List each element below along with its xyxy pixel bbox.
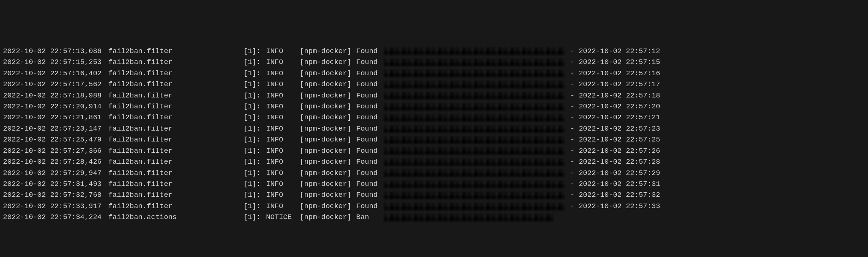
redacted-content [384, 181, 564, 188]
log-module: fail2ban.filter [108, 168, 243, 179]
log-trail-timestamp: - 2022-10-02 22:57:29 [566, 168, 660, 179]
log-line: 2022-10-02 22:57:25,479fail2ban.filter[1… [3, 134, 865, 145]
log-line: 2022-10-02 22:57:13,086fail2ban.filter[1… [3, 46, 865, 57]
redacted-content [384, 203, 564, 210]
log-line: 2022-10-02 22:57:16,402fail2ban.filter[1… [3, 68, 865, 79]
log-jail: [npm-docker] [300, 179, 356, 190]
log-timestamp: 2022-10-02 22:57:32,768 [3, 190, 108, 201]
log-thread: [1]: [243, 79, 266, 90]
log-action: Found [356, 112, 383, 123]
redacted-content [384, 214, 553, 221]
log-jail: [npm-docker] [300, 123, 356, 134]
log-trail-timestamp: - 2022-10-02 22:57:12 [566, 46, 660, 57]
log-timestamp: 2022-10-02 22:57:16,402 [3, 68, 108, 79]
log-module: fail2ban.filter [108, 190, 243, 201]
log-timestamp: 2022-10-02 22:57:13,086 [3, 46, 108, 57]
log-trail-timestamp: - 2022-10-02 22:57:23 [566, 123, 660, 134]
redacted-content [384, 92, 564, 99]
log-jail: [npm-docker] [300, 201, 356, 212]
log-thread: [1]: [243, 190, 266, 201]
log-action: Found [356, 123, 383, 134]
log-module: fail2ban.filter [108, 123, 243, 134]
log-timestamp: 2022-10-02 22:57:23,147 [3, 123, 108, 134]
log-level: INFO [266, 179, 300, 190]
log-thread: [1]: [243, 179, 266, 190]
log-trail-timestamp: - 2022-10-02 22:57:21 [566, 112, 660, 123]
log-action: Found [356, 79, 383, 90]
log-module: fail2ban.filter [108, 90, 243, 101]
log-module: fail2ban.filter [108, 112, 243, 123]
log-timestamp: 2022-10-02 22:57:20,914 [3, 101, 108, 112]
redacted-content [384, 147, 564, 155]
log-output: 2022-10-02 22:57:13,086fail2ban.filter[1… [3, 46, 865, 223]
log-thread: [1]: [243, 134, 266, 145]
log-level: INFO [266, 190, 300, 201]
log-module: fail2ban.filter [108, 57, 243, 68]
log-thread: [1]: [243, 168, 266, 179]
log-level: NOTICE [266, 212, 300, 223]
log-jail: [npm-docker] [300, 101, 356, 112]
log-jail: [npm-docker] [300, 112, 356, 123]
log-level: INFO [266, 146, 300, 157]
log-line: 2022-10-02 22:57:31,493fail2ban.filter[1… [3, 179, 865, 190]
log-jail: [npm-docker] [300, 46, 356, 57]
log-level: INFO [266, 168, 300, 179]
log-trail-timestamp: - 2022-10-02 22:57:33 [566, 201, 660, 212]
log-line: 2022-10-02 22:57:18,988fail2ban.filter[1… [3, 90, 865, 101]
log-thread: [1]: [243, 46, 266, 57]
log-module: fail2ban.actions [108, 212, 243, 223]
log-jail: [npm-docker] [300, 212, 356, 223]
log-timestamp: 2022-10-02 22:57:27,366 [3, 146, 108, 157]
log-timestamp: 2022-10-02 22:57:25,479 [3, 134, 108, 145]
log-thread: [1]: [243, 146, 266, 157]
log-trail-timestamp: - 2022-10-02 22:57:25 [566, 134, 660, 145]
log-thread: [1]: [243, 112, 266, 123]
log-level: INFO [266, 101, 300, 112]
log-jail: [npm-docker] [300, 168, 356, 179]
log-jail: [npm-docker] [300, 146, 356, 157]
log-module: fail2ban.filter [108, 179, 243, 190]
log-jail: [npm-docker] [300, 157, 356, 167]
log-timestamp: 2022-10-02 22:57:15,253 [3, 57, 108, 68]
log-module: fail2ban.filter [108, 201, 243, 212]
log-action: Found [356, 179, 383, 190]
log-action: Found [356, 90, 383, 101]
log-line: 2022-10-02 22:57:20,914fail2ban.filter[1… [3, 101, 865, 112]
log-level: INFO [266, 123, 300, 134]
log-jail: [npm-docker] [300, 90, 356, 101]
redacted-content [384, 136, 564, 144]
log-jail: [npm-docker] [300, 134, 356, 145]
log-jail: [npm-docker] [300, 68, 356, 79]
log-line: 2022-10-02 22:57:34,224fail2ban.actions[… [3, 212, 865, 223]
log-line: 2022-10-02 22:57:29,947fail2ban.filter[1… [3, 168, 865, 179]
log-thread: [1]: [243, 201, 266, 212]
log-timestamp: 2022-10-02 22:57:34,224 [3, 212, 108, 223]
log-thread: [1]: [243, 90, 266, 101]
log-jail: [npm-docker] [300, 79, 356, 90]
log-line: 2022-10-02 22:57:23,147fail2ban.filter[1… [3, 123, 865, 134]
log-trail-timestamp: - 2022-10-02 22:57:18 [566, 90, 660, 101]
log-line: 2022-10-02 22:57:17,562fail2ban.filter[1… [3, 79, 865, 90]
log-module: fail2ban.filter [108, 46, 243, 57]
log-level: INFO [266, 112, 300, 123]
log-line: 2022-10-02 22:57:27,366fail2ban.filter[1… [3, 146, 865, 157]
log-trail-timestamp: - 2022-10-02 22:57:26 [566, 146, 660, 157]
redacted-content [384, 47, 564, 55]
log-timestamp: 2022-10-02 22:57:18,988 [3, 90, 108, 101]
log-line: 2022-10-02 22:57:32,768fail2ban.filter[1… [3, 190, 865, 201]
log-module: fail2ban.filter [108, 146, 243, 157]
log-timestamp: 2022-10-02 22:57:21,861 [3, 112, 108, 123]
log-level: INFO [266, 46, 300, 57]
log-module: fail2ban.filter [108, 68, 243, 79]
log-timestamp: 2022-10-02 22:57:17,562 [3, 79, 108, 90]
log-thread: [1]: [243, 212, 266, 223]
log-level: INFO [266, 201, 300, 212]
log-timestamp: 2022-10-02 22:57:33,917 [3, 201, 108, 212]
log-level: INFO [266, 79, 300, 90]
log-thread: [1]: [243, 57, 266, 68]
redacted-content [384, 158, 564, 166]
log-level: INFO [266, 68, 300, 79]
log-trail-timestamp: - 2022-10-02 22:57:17 [566, 79, 660, 90]
log-line: 2022-10-02 22:57:21,861fail2ban.filter[1… [3, 112, 865, 123]
log-action: Found [356, 46, 383, 57]
